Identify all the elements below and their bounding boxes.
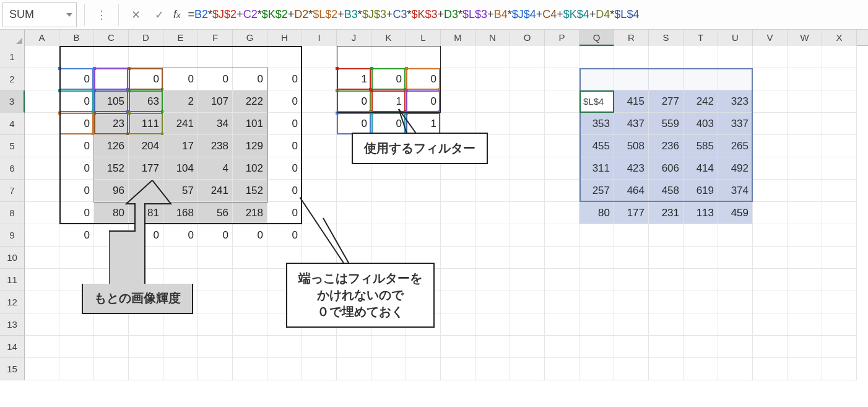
cell[interactable]: 177 (614, 202, 649, 224)
cell[interactable] (233, 247, 267, 269)
cell[interactable] (302, 157, 337, 180)
cell[interactable]: 0 (129, 224, 163, 247)
cell[interactable] (649, 291, 684, 313)
column-header[interactable]: V (753, 30, 788, 46)
cell[interactable]: 56 (198, 202, 233, 224)
row-header[interactable]: 15 (0, 358, 25, 380)
cell[interactable]: 96 (94, 180, 129, 202)
cell[interactable] (302, 180, 337, 202)
cell[interactable] (441, 68, 475, 90)
cell[interactable]: 0 (163, 68, 198, 90)
cell[interactable] (475, 358, 510, 380)
fx-icon[interactable]: fx (173, 8, 181, 21)
cell[interactable] (475, 113, 510, 135)
column-header[interactable]: P (545, 30, 579, 46)
cell[interactable] (337, 180, 371, 202)
cell[interactable]: 311 (579, 157, 614, 180)
cell[interactable] (753, 291, 788, 313)
cell[interactable] (25, 46, 59, 68)
cell[interactable]: 0 (267, 68, 302, 90)
cell[interactable]: 559 (649, 113, 684, 135)
cell[interactable] (510, 247, 545, 269)
cell[interactable] (198, 358, 233, 380)
cell[interactable] (25, 180, 59, 202)
cell[interactable] (94, 68, 129, 90)
cell[interactable]: 0 (371, 68, 406, 90)
cell[interactable] (94, 313, 129, 336)
cell[interactable]: 0 (406, 90, 441, 113)
cell[interactable] (510, 269, 545, 291)
cell[interactable]: 492 (718, 157, 753, 180)
cell[interactable] (510, 135, 545, 157)
cell[interactable] (441, 291, 475, 313)
cell[interactable]: 323 (718, 90, 753, 113)
cell[interactable] (579, 336, 614, 358)
cell[interactable]: 241 (163, 113, 198, 135)
row-header[interactable]: 7 (0, 180, 25, 202)
cell[interactable]: 0 (59, 224, 94, 247)
column-header[interactable]: W (788, 30, 822, 46)
cell[interactable]: 34 (198, 113, 233, 135)
row-header[interactable]: 12 (0, 291, 25, 313)
cell[interactable] (510, 46, 545, 68)
cell[interactable] (510, 224, 545, 247)
cell[interactable]: 464 (614, 180, 649, 202)
cell[interactable] (753, 135, 788, 157)
cell[interactable] (198, 247, 233, 269)
cell[interactable]: 152 (94, 157, 129, 180)
cell[interactable] (302, 224, 337, 247)
cell[interactable] (198, 46, 233, 68)
cell[interactable] (25, 269, 59, 291)
cell[interactable]: 0 (198, 224, 233, 247)
column-header[interactable]: K (371, 30, 406, 46)
cell[interactable] (371, 180, 406, 202)
cell[interactable]: 374 (718, 180, 753, 202)
cell[interactable] (822, 90, 857, 113)
cell[interactable] (25, 358, 59, 380)
cell[interactable] (545, 358, 579, 380)
cell[interactable] (718, 247, 753, 269)
cell[interactable]: 105 (94, 90, 129, 113)
cell[interactable] (579, 313, 614, 336)
cell[interactable] (337, 336, 371, 358)
cell[interactable] (788, 224, 822, 247)
cell[interactable] (233, 269, 267, 291)
cell[interactable] (302, 135, 337, 157)
cell[interactable]: 455 (579, 135, 614, 157)
cell[interactable] (267, 46, 302, 68)
cell[interactable]: 277 (649, 90, 684, 113)
formula-input[interactable]: =B2*$J$2+C2*$K$2+D2*$L$2+B3*$J$3+C3*$K$3… (188, 8, 868, 21)
cell[interactable] (788, 157, 822, 180)
cell[interactable] (406, 180, 441, 202)
cell[interactable] (545, 180, 579, 202)
cell[interactable] (475, 313, 510, 336)
cell[interactable] (163, 46, 198, 68)
cell[interactable] (649, 336, 684, 358)
cell[interactable]: 0 (59, 202, 94, 224)
cell[interactable] (406, 224, 441, 247)
cell[interactable] (441, 180, 475, 202)
cell[interactable] (198, 336, 233, 358)
cell[interactable] (788, 90, 822, 113)
cell[interactable] (788, 313, 822, 336)
cell[interactable]: 222 (233, 90, 267, 113)
cell[interactable] (753, 202, 788, 224)
cell[interactable] (545, 247, 579, 269)
cell[interactable]: 458 (649, 180, 684, 202)
cell[interactable] (302, 113, 337, 135)
cell[interactable]: 437 (614, 113, 649, 135)
cell[interactable] (614, 358, 649, 380)
cell[interactable] (25, 247, 59, 269)
cell[interactable] (441, 313, 475, 336)
cell[interactable] (579, 269, 614, 291)
cell[interactable] (545, 336, 579, 358)
cell[interactable] (579, 291, 614, 313)
column-header[interactable]: M (441, 30, 475, 46)
cell[interactable] (475, 46, 510, 68)
cell[interactable] (649, 358, 684, 380)
cell[interactable] (753, 90, 788, 113)
column-header[interactable]: I (302, 30, 337, 46)
cell[interactable] (788, 46, 822, 68)
cell[interactable] (406, 202, 441, 224)
cell[interactable] (302, 68, 337, 90)
